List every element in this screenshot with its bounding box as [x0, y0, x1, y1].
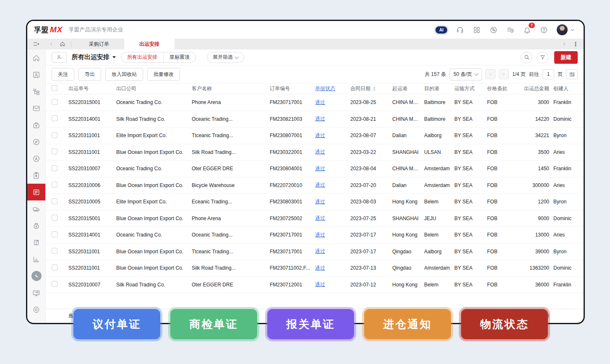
notifications-button[interactable]: 7 [523, 26, 531, 34]
tab-shipping-arrangement[interactable]: 出运安排 [124, 39, 175, 49]
expand-filter-button[interactable]: 展开筛选 [207, 52, 244, 63]
search-button[interactable] [521, 52, 532, 63]
follow-button[interactable]: 关注 [52, 68, 74, 81]
row-checkbox[interactable] [52, 281, 57, 287]
tabs-menu-icon[interactable]: ⋮ [573, 42, 579, 46]
task-list-icon[interactable] [506, 26, 514, 34]
prev-page-button[interactable] [485, 69, 495, 79]
tab-purchase-orders[interactable]: 采购订单 [74, 39, 124, 49]
quick-filter-all[interactable]: 所有出运安排 [121, 52, 163, 62]
row-checkbox[interactable] [52, 99, 57, 105]
nav-home-icon[interactable] [57, 41, 68, 47]
select-all-checkbox[interactable] [52, 85, 57, 91]
sidebar-item-shipping-docs[interactable] [27, 184, 45, 200]
flow-button-inspection-docs[interactable]: 商检单证 [170, 309, 257, 339]
cell-status[interactable]: 通过 [315, 148, 350, 156]
sidebar-item-mail[interactable] [27, 100, 45, 117]
sidebar-item-settings[interactable] [27, 301, 45, 318]
batch-edit-button[interactable]: 批量修改 [147, 68, 180, 81]
view-selector[interactable]: 所有出运安排 [72, 53, 116, 61]
table-row[interactable]: SS220311001Blue Ocean Import Export Co.S… [46, 260, 584, 277]
row-checkbox[interactable] [52, 231, 57, 237]
flow-button-logistics-status[interactable]: 物流状态 [461, 309, 548, 339]
filter-button[interactable] [537, 52, 548, 63]
column-header-trans[interactable]: 运输方式 [454, 85, 487, 92]
headset-support-icon[interactable] [456, 26, 464, 34]
row-checkbox[interactable] [52, 215, 57, 221]
row-checkbox[interactable] [52, 182, 57, 187]
sidebar-item-whatsapp[interactable] [27, 268, 45, 284]
table-row[interactable]: SS220315001Blue Ocean Import Export Co.P… [46, 211, 584, 227]
sort-icon[interactable] [373, 87, 375, 91]
column-header-pod[interactable]: 目的港 [424, 85, 454, 92]
table-row[interactable]: SS220310007Silk Road Trading Co.Oter EGG… [46, 277, 584, 294]
sidebar-item-logistics-truck[interactable] [27, 200, 45, 217]
cell-status[interactable]: 通过 [315, 265, 350, 272]
column-header-date[interactable]: 合同日期 [350, 85, 392, 92]
sidebar-item-marketing-a[interactable] [27, 150, 45, 167]
column-header-creator[interactable]: 创建人 [553, 85, 584, 92]
owner-filter-button[interactable] [52, 52, 67, 63]
sidebar-item-products[interactable] [27, 117, 45, 133]
cell-status[interactable]: 通过 [315, 231, 350, 239]
cell-status[interactable]: 通过 [315, 182, 350, 189]
table-row[interactable]: SS220311001Blue Ocean Import Export Co.T… [46, 244, 584, 260]
sidebar-item-compass[interactable] [27, 133, 45, 150]
row-checkbox[interactable] [52, 165, 57, 171]
column-header-cust[interactable]: 客户名称 [192, 85, 270, 92]
user-menu[interactable] [557, 24, 575, 35]
sidebar-collapse-button[interactable] [27, 39, 45, 49]
next-page-button[interactable] [499, 69, 509, 79]
column-header-pol[interactable]: 起运港 [392, 85, 424, 92]
whatsapp-icon[interactable] [490, 26, 498, 34]
sidebar-item-ledger[interactable] [27, 234, 45, 251]
row-checkbox[interactable] [52, 132, 57, 138]
cell-status[interactable]: 通过 [315, 115, 350, 122]
column-header-no[interactable]: 出运单号 [68, 85, 116, 92]
table-row[interactable]: SS220310005Elite Import Export Co.Eceani… [46, 194, 584, 211]
app-grid-icon[interactable] [473, 26, 481, 34]
column-header-price[interactable]: 价格条款 [487, 85, 515, 92]
new-button[interactable]: 新建 [554, 51, 578, 64]
cell-status[interactable]: 通过 [315, 215, 350, 222]
column-header-amt[interactable]: 出运总金额 [515, 85, 553, 92]
export-button[interactable]: 导出 [78, 68, 101, 81]
cell-status[interactable]: 通过 [315, 248, 350, 255]
cell-status[interactable]: 通过 [315, 165, 350, 172]
column-header-ord[interactable]: 订单编号 [270, 85, 315, 92]
table-row[interactable]: SS220311001Blue Ocean Import Export Co.S… [46, 144, 584, 161]
sidebar-item-home[interactable] [27, 49, 45, 66]
column-header-exp[interactable]: 出口公司 [116, 85, 192, 92]
sidebar-item-finance[interactable] [27, 217, 45, 234]
cell-status[interactable]: 通过 [315, 99, 350, 106]
table-row[interactable]: SS220310007Oceanic Trading Co.Oter EGGER… [46, 161, 584, 177]
row-checkbox[interactable] [52, 248, 57, 254]
recycle-bin-button[interactable]: 放入回收站 [105, 68, 143, 81]
table-row[interactable]: SS220310006Blue Ocean Import Export Co.B… [46, 177, 584, 194]
cell-status[interactable]: 通过 [315, 281, 350, 288]
goto-page-input[interactable]: 1 [542, 69, 554, 79]
column-header-status[interactable]: 单据状态 [315, 85, 350, 92]
row-checkbox[interactable] [52, 198, 57, 204]
sidebar-item-workbench[interactable] [27, 284, 45, 301]
flow-button-negotiation-docs[interactable]: 议付单证 [73, 309, 160, 339]
cell-status[interactable]: 通过 [315, 198, 350, 205]
table-row[interactable]: SS220315001Oceanic Trading Co.Phone Aren… [46, 94, 584, 111]
help-icon[interactable] [540, 26, 548, 34]
flow-button-warehouse-notice[interactable]: 进仓通知 [364, 309, 451, 339]
sidebar-item-orders-clipboard[interactable] [27, 167, 45, 184]
table-row[interactable]: SS220314001Oceanic Trading Co.Oceanic Tr… [46, 227, 584, 244]
sidebar-item-org-structure[interactable] [27, 83, 45, 100]
table-row[interactable]: SS220311001Elite Import Export Co.Ttcean… [46, 127, 584, 144]
nav-back-icon[interactable] [46, 42, 57, 47]
row-checkbox[interactable] [52, 115, 57, 121]
cell-status[interactable]: 通过 [315, 132, 350, 139]
sidebar-item-contacts[interactable] [27, 66, 45, 83]
quick-filter-starred[interactable]: 星标置顶 [163, 52, 196, 62]
row-checkbox[interactable] [52, 148, 57, 154]
row-checkbox[interactable] [52, 265, 57, 270]
tabs-scroll-right-icon[interactable] [562, 42, 567, 47]
table-row[interactable]: SS220314001Silk Road Trading Co.Oceanic … [46, 111, 584, 128]
column-settings-button[interactable] [566, 69, 578, 79]
ai-assistant-button[interactable]: AI [435, 26, 447, 34]
